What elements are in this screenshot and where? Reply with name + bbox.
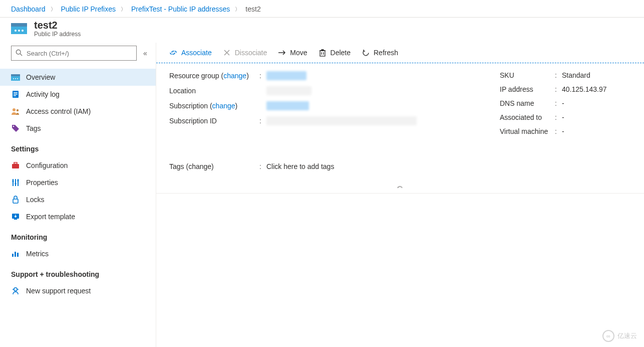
nav-group-monitoring: Monitoring xyxy=(0,225,156,245)
nav-export-template[interactable]: Export template xyxy=(0,208,156,225)
nav: Overview Activity log Access control (IA… xyxy=(0,66,156,299)
svg-rect-3 xyxy=(11,74,20,76)
svg-point-13 xyxy=(13,126,14,127)
svg-rect-20 xyxy=(15,183,17,185)
field-resource-group: Resource group (change) : xyxy=(169,71,480,80)
resource-header: test2 Public IP address xyxy=(0,18,644,43)
svg-rect-10 xyxy=(14,95,16,96)
nav-properties[interactable]: Properties xyxy=(0,174,156,191)
refresh-icon xyxy=(362,49,370,57)
svg-rect-19 xyxy=(13,181,14,182)
nav-label: Activity log xyxy=(26,90,60,98)
arrow-right-icon xyxy=(278,49,286,57)
sliders-icon xyxy=(11,178,20,187)
lock-icon xyxy=(11,195,20,204)
svg-point-12 xyxy=(17,109,19,111)
public-ip-icon xyxy=(11,23,27,34)
svg-rect-21 xyxy=(18,180,19,182)
redacted-value xyxy=(266,86,311,95)
svg-point-28 xyxy=(14,288,17,291)
nav-label: Tags xyxy=(26,124,41,132)
dissociate-button: Dissociate xyxy=(223,49,267,57)
nav-tags[interactable]: Tags xyxy=(0,120,156,137)
svg-rect-15 xyxy=(14,162,17,164)
nav-label: Overview xyxy=(26,73,55,81)
svg-rect-9 xyxy=(14,94,18,95)
svg-line-1 xyxy=(20,54,22,56)
export-icon xyxy=(11,212,20,221)
field-associated-to: Associated to:- xyxy=(500,113,631,121)
nav-new-support-request[interactable]: New support request xyxy=(0,282,156,299)
nav-label: Access control (IAM) xyxy=(26,107,91,115)
nav-locks[interactable]: Locks xyxy=(0,191,156,208)
breadcrumb-dashboard[interactable]: Dashboard xyxy=(11,5,46,13)
nav-metrics[interactable]: Metrics xyxy=(0,245,156,262)
field-virtual-machine: Virtual machine:- xyxy=(500,127,631,135)
toolbox-icon xyxy=(11,161,20,170)
search-icon xyxy=(16,49,23,58)
log-icon xyxy=(11,90,20,99)
trash-icon xyxy=(318,49,327,57)
svg-rect-25 xyxy=(12,254,14,257)
sidebar: « Overview Activity log Access control (… xyxy=(0,43,156,347)
nav-label: Configuration xyxy=(26,161,68,169)
redacted-value xyxy=(266,71,306,80)
change-resource-group-link[interactable]: change xyxy=(223,72,246,80)
people-icon xyxy=(11,107,20,116)
nav-access-control[interactable]: Access control (IAM) xyxy=(0,103,156,120)
tag-icon xyxy=(11,124,20,133)
breadcrumb-prefixes[interactable]: Public IP Prefixes xyxy=(61,5,116,13)
collapse-essentials-icon[interactable]: ︽ xyxy=(156,179,644,194)
field-subscription: Subscription (change) xyxy=(169,101,480,110)
svg-rect-8 xyxy=(14,92,18,93)
svg-rect-29 xyxy=(320,51,325,56)
breadcrumb: Dashboard 〉 Public IP Prefixes 〉 PrefixT… xyxy=(0,0,644,18)
essentials-panel: Resource group (change) : Location Subsc… xyxy=(169,71,631,141)
nav-label: Properties xyxy=(26,179,58,187)
move-button[interactable]: Move xyxy=(278,49,307,57)
field-sku: SKU:Standard xyxy=(500,71,631,79)
change-tags-link[interactable]: change xyxy=(188,162,211,170)
collapse-sidebar-icon[interactable]: « xyxy=(141,49,150,57)
menu-search[interactable] xyxy=(11,46,137,61)
page-title: test2 xyxy=(34,20,81,31)
nav-label: Metrics xyxy=(26,250,49,258)
ip-card-icon xyxy=(11,73,20,82)
svg-rect-22 xyxy=(13,199,18,203)
field-location: Location xyxy=(169,86,480,95)
add-tags-link[interactable]: Click here to add tags xyxy=(266,162,334,170)
nav-label: Export template xyxy=(26,213,75,221)
x-icon xyxy=(223,49,231,57)
chart-icon xyxy=(11,249,20,258)
link-icon xyxy=(169,49,177,57)
redacted-value xyxy=(266,116,417,125)
delete-button[interactable]: Delete xyxy=(318,49,351,57)
field-ip-address: IP address:40.125.143.97 xyxy=(500,85,631,93)
svg-rect-27 xyxy=(17,253,19,257)
svg-point-5 xyxy=(15,78,16,79)
chevron-right-icon: 〉 xyxy=(235,6,240,13)
support-icon xyxy=(11,286,20,295)
svg-point-0 xyxy=(16,50,21,54)
associate-button[interactable]: Associate xyxy=(169,49,212,57)
svg-rect-14 xyxy=(12,164,19,168)
command-bar: Associate Dissociate Move Delete Refresh xyxy=(156,43,644,63)
refresh-button[interactable]: Refresh xyxy=(362,49,398,57)
main-content: Associate Dissociate Move Delete Refresh xyxy=(156,43,644,347)
nav-overview[interactable]: Overview xyxy=(0,69,156,86)
chevron-right-icon: 〉 xyxy=(121,6,126,13)
watermark-icon: ∞ xyxy=(602,330,614,342)
breadcrumb-prefixtest[interactable]: PrefixTest - Public IP addresses xyxy=(131,5,230,13)
nav-label: Locks xyxy=(26,196,45,204)
search-input[interactable] xyxy=(27,50,132,57)
resource-type-label: Public IP address xyxy=(34,31,81,38)
nav-configuration[interactable]: Configuration xyxy=(0,157,156,174)
watermark: ∞ 亿速云 xyxy=(602,330,637,342)
field-subscription-id: Subscription ID : xyxy=(169,116,480,125)
svg-rect-24 xyxy=(14,219,17,220)
change-subscription-link[interactable]: change xyxy=(212,102,235,110)
nav-group-settings: Settings xyxy=(0,137,156,157)
chevron-right-icon: 〉 xyxy=(51,6,56,13)
svg-rect-26 xyxy=(15,252,16,257)
nav-activity-log[interactable]: Activity log xyxy=(0,86,156,103)
